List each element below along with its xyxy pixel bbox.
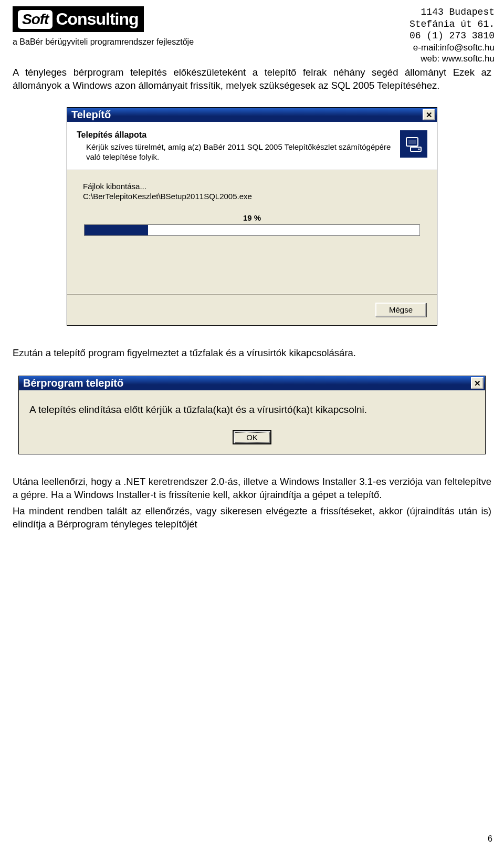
installer-dialog: Telepítő ✕ Telepítés állapota Kérjük szí…	[67, 107, 437, 326]
logo-soft-text: Soft	[18, 10, 52, 29]
status-heading: Telepítés állapota	[77, 130, 394, 140]
dialog-body: Fájlok kibontása... C:\BerTelepitoKeszle…	[67, 170, 437, 294]
svg-point-3	[418, 148, 420, 150]
close-button[interactable]: ✕	[423, 109, 435, 120]
addr-email: e-mail:info@softc.hu	[410, 42, 495, 53]
dialog-message: A telepítés elindítása előtt kérjük a tű…	[19, 390, 485, 430]
file-path: C:\BerTelepitoKeszlet\BSetup2011SQL2005.…	[83, 192, 421, 201]
paragraph-4: Ha mindent rendben talált az ellenőrzés,…	[0, 505, 504, 531]
close-button[interactable]: ✕	[471, 377, 484, 389]
svg-rect-1	[408, 140, 416, 144]
ok-button[interactable]: OK	[233, 430, 271, 444]
cancel-button[interactable]: Mégse	[375, 303, 426, 317]
logo-consulting-text: Consulting	[56, 9, 138, 29]
warning-dialog: Bérprogram telepítő ✕ A telepítés elindí…	[18, 376, 486, 454]
close-icon: ✕	[474, 379, 481, 387]
status-text: Kérjük szíves türelmét, amíg a(z) BaBér …	[77, 142, 394, 162]
paragraph-1: A tényleges bérprogram telepítés előkész…	[0, 66, 504, 92]
logo-subtitle: a BaBér bérügyviteli programrendszer fej…	[13, 37, 194, 47]
dialog-titlebar: Telepítő ✕	[67, 108, 437, 122]
dialog-titlebar: Bérprogram telepítő ✕	[19, 376, 485, 390]
addr-line: 1143 Budapest	[410, 6, 495, 18]
close-icon: ✕	[426, 111, 433, 119]
paragraph-3: Utána leellenőrzi, hogy a .NET keretrend…	[0, 475, 504, 502]
dialog-title-text: Telepítő	[71, 109, 111, 121]
addr-line: 06 (1) 273 3810	[410, 30, 495, 42]
progress-fill	[85, 225, 148, 235]
progress-bar	[84, 224, 420, 236]
company-address: 1143 Budapest Stefánia út 61. 06 (1) 273…	[410, 6, 495, 64]
installer-icon	[400, 130, 427, 158]
logo: Soft Consulting	[13, 6, 144, 32]
page-number: 6	[488, 834, 492, 844]
progress-percent: 19 %	[83, 213, 421, 222]
logo-block: Soft Consulting a BaBér bérügyviteli pro…	[13, 6, 194, 47]
dialog-title-text: Bérprogram telepítő	[23, 377, 123, 389]
paragraph-2: Ezután a telepítő program figyelmeztet a…	[0, 347, 504, 360]
dialog-button-row: Mégse	[67, 294, 437, 325]
addr-line: Stefánia út 61.	[410, 18, 495, 30]
addr-web: web: www.softc.hu	[410, 53, 495, 64]
dialog-button-row: OK	[19, 430, 485, 454]
dialog-header-panel: Telepítés állapota Kérjük szíves türelmé…	[67, 122, 437, 170]
extracting-label: Fájlok kibontása...	[83, 182, 421, 191]
page-header: Soft Consulting a BaBér bérügyviteli pro…	[0, 0, 504, 66]
